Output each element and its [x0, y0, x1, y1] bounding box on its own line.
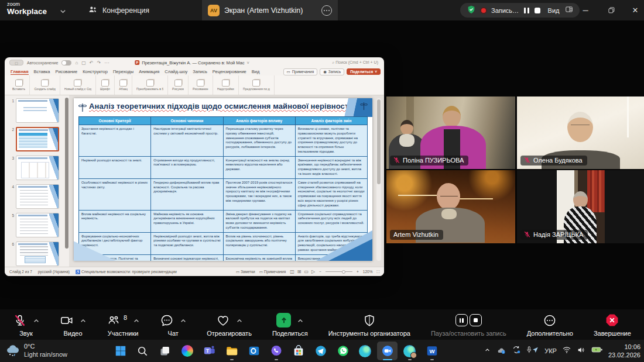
taskbar-explorer-button[interactable] — [221, 342, 242, 360]
taskbar-weather-widget[interactable]: 0°C Light rain/snow — [5, 342, 67, 360]
autosave-toggle[interactable] — [61, 60, 71, 65]
slide-thumbnail-4[interactable] — [16, 184, 59, 209]
slide-thumbnail-5[interactable] — [16, 213, 59, 237]
ribbon-tab-6[interactable]: Слайд-шоу — [165, 69, 187, 74]
wifi-icon[interactable] — [562, 346, 571, 356]
taskbar-clock[interactable]: 10:06 23.02.2026 — [608, 343, 640, 360]
search-field[interactable]: ⌕ Поиск (Cmd + Ctrl + U) — [332, 60, 378, 65]
toolbar-record-pause-button[interactable]: Пауза/остановить запись — [431, 313, 506, 337]
taskbar-zoom-button[interactable] — [377, 342, 398, 360]
tab-meeting[interactable]: Конференция — [88, 0, 149, 20]
taskbar-whatsapp-button[interactable] — [333, 342, 353, 360]
slide-thumbnail-6[interactable] — [16, 242, 59, 266]
view-button-label[interactable]: Вид — [548, 7, 560, 14]
home-icon[interactable]: ⌂ — [75, 60, 78, 65]
more-options-icon[interactable] — [321, 5, 332, 16]
accessibility-status[interactable]: ♿ Специальные возможности: проверьте рек… — [76, 270, 177, 274]
taskbar-viber-button[interactable] — [266, 342, 286, 360]
notes-button[interactable]: ▭ Заметки — [236, 270, 255, 274]
chevron-up-icon[interactable] — [33, 315, 39, 326]
zoom-slider[interactable] — [326, 271, 352, 272]
ribbon-tab-7[interactable]: Запись — [193, 69, 207, 74]
toolbar-more-button[interactable]: Дополнительно — [527, 313, 573, 337]
participant-tile-artem[interactable]: Artem Vizhutkin — [386, 170, 515, 243]
ribbon-tab-8[interactable]: Рецензирование — [213, 69, 246, 74]
ribbon-group-4[interactable]: Абзац — [115, 75, 132, 95]
tab-shared-screen[interactable]: AV Экран (Artem Vizhutkin) — [202, 0, 338, 20]
ribbon-tab-9[interactable]: Вид — [252, 69, 260, 74]
normal-view-icon[interactable]: ◫ — [290, 269, 294, 274]
reading-view-icon[interactable]: ▭ — [304, 269, 309, 274]
window-controls-icon[interactable]: ▢ — [9, 60, 23, 65]
slide-thumbnail-2[interactable] — [16, 127, 59, 151]
comments-statusbar-button[interactable]: ▭ Примечания — [259, 270, 286, 274]
taskbar-copilot-button[interactable] — [177, 342, 197, 360]
ribbon-group-5[interactable]: Преобразовать в SmartArt — [132, 75, 168, 95]
keyboard-language[interactable]: УКР — [544, 347, 557, 354]
restore-button[interactable] — [602, 0, 620, 20]
onedrive-icon[interactable]: i — [496, 346, 506, 357]
toolbar-react-button[interactable]: Отреагировать — [207, 313, 252, 337]
battery-icon[interactable] — [591, 346, 603, 356]
sync-icon[interactable] — [512, 345, 521, 357]
close-button[interactable]: ✕ — [626, 0, 644, 20]
toolbar-chat-button[interactable]: Чат — [160, 313, 186, 337]
participant-tile-nadiya[interactable]: Надія ЗАРІЦЬКА — [517, 170, 644, 243]
ribbon-tab-3[interactable]: Конструктор — [83, 69, 108, 74]
chevron-down-icon[interactable] — [60, 6, 66, 17]
chevron-up-icon[interactable] — [180, 315, 186, 326]
ribbon-group-3[interactable]: Шрифт — [96, 75, 115, 95]
chevron-up-icon[interactable] — [80, 315, 86, 326]
record-stop-button[interactable] — [535, 8, 540, 13]
ribbon-tab-2[interactable]: Рисование — [55, 69, 77, 74]
fit-slide-icon[interactable]: ⛶ — [376, 270, 379, 274]
more-commands-icon[interactable]: ⋯ — [104, 60, 109, 65]
zoom-level[interactable]: 120% — [363, 270, 373, 274]
ribbon-tab-0[interactable]: Главная — [11, 69, 29, 75]
proofing-language[interactable]: русский (Украина) — [38, 270, 70, 274]
thumbnail-scrollbar[interactable] — [65, 98, 68, 249]
ribbon-group-9[interactable]: Предложения по дизайну — [239, 75, 275, 95]
ribbon-tab-5[interactable]: Анимация — [139, 69, 159, 74]
ribbon-group-8[interactable]: Надстройки — [213, 75, 239, 95]
taskbar-task-view-button[interactable] — [155, 342, 175, 360]
slide-thumbnail-1[interactable] — [16, 98, 59, 123]
taskbar-outlook-button[interactable] — [244, 342, 264, 360]
ribbon-tab-1[interactable]: Вставка — [34, 69, 50, 74]
taskbar-word-button[interactable]: W — [422, 342, 442, 360]
slide-sorter-icon[interactable]: ⊞ — [297, 269, 302, 274]
undo-icon[interactable]: ↶ — [90, 60, 94, 65]
volume-icon[interactable] — [577, 346, 586, 357]
taskbar-telegram-button[interactable] — [310, 342, 331, 360]
toolbar-video-button[interactable]: Видео — [60, 313, 86, 337]
taskbar-search-button[interactable] — [132, 342, 153, 360]
taskbar-edge-profile-button[interactable] — [399, 342, 420, 360]
slideshow-icon[interactable]: ▷ — [311, 269, 315, 274]
toolbar-audio-button[interactable]: Звук — [13, 313, 39, 337]
taskbar-edge-button[interactable] — [355, 342, 375, 360]
toolbar-host-tools-button[interactable]: Инструменты организатора — [328, 313, 410, 337]
slide-thumbnail-3[interactable] — [16, 156, 59, 180]
share-button[interactable]: Поделиться ˅ — [347, 68, 381, 75]
ribbon-group-0[interactable]: Вставить — [8, 75, 30, 95]
ribbon-group-6[interactable]: Рисунок — [168, 75, 189, 95]
participant-tile-olena[interactable]: Олена Будякова — [517, 96, 644, 169]
toolbar-participants-button[interactable]: 8Участники — [107, 313, 139, 337]
slide-scrollbar[interactable] — [376, 98, 381, 261]
zoom-out-icon[interactable]: − — [319, 270, 321, 274]
record-pause-button[interactable] — [524, 8, 529, 13]
taskbar-store-button[interactable] — [288, 342, 309, 360]
chevron-up-icon[interactable] — [297, 315, 303, 326]
toolbar-share-button[interactable]: Поделиться — [272, 313, 308, 337]
record-button[interactable]: ◉ Запись — [320, 68, 344, 75]
security-shield-icon[interactable] — [467, 5, 476, 16]
chevron-up-icon[interactable] — [237, 315, 242, 326]
taskbar-teams-button[interactable]: T — [199, 342, 220, 360]
comments-button[interactable]: ▭ Примечания — [283, 68, 318, 75]
ribbon-group-1[interactable]: Создать слайд — [30, 75, 60, 95]
taskbar-start-button[interactable] — [110, 342, 131, 360]
ribbon-group-2[interactable]: Новый слайд с Copilot — [60, 75, 96, 95]
zoom-in-icon[interactable]: + — [357, 270, 359, 274]
view-grid-icon[interactable] — [565, 5, 573, 16]
tray-chevron-up-icon[interactable] — [484, 346, 491, 356]
